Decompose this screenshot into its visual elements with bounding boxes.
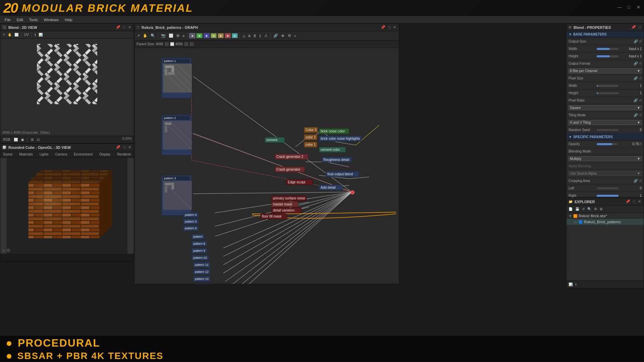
ratio-reset-icon[interactable]: ↺ [639, 99, 642, 102]
tb-fit-icon[interactable]: ⊡ [36, 137, 40, 142]
node-adddetail[interactable]: Add detail [319, 185, 342, 190]
output-size-link-icon[interactable]: 🔗 [634, 40, 638, 43]
node-pattern12[interactable]: pattern 12 [193, 269, 210, 275]
node-edgesculpt[interactable]: Edge sculpt [286, 179, 313, 185]
explorer-graph-item[interactable]: ▷ 🟦 Rokviz_Brick_patterns [567, 219, 644, 225]
gt-settings-icon[interactable]: ⚙ [287, 33, 292, 39]
tb-display-icon[interactable]: ⬜ [13, 137, 18, 142]
exp-view-icon[interactable]: ⊞ [599, 206, 603, 212]
menu-tools[interactable]: Tools [26, 17, 41, 22]
gt-text-a-icon[interactable]: A [247, 33, 252, 39]
tab-materials[interactable]: Materials [18, 152, 34, 157]
close-explorer-button[interactable]: ✕ [637, 199, 642, 204]
gt-red-btn[interactable]: ■ [225, 33, 231, 38]
close-2d-button[interactable]: ✕ [127, 25, 132, 29]
node-pattern9[interactable]: pattern 9 [192, 248, 207, 253]
gt-eye-icon[interactable]: 👁 [280, 33, 286, 39]
crop-left-slider[interactable] [597, 187, 619, 189]
menu-windows[interactable]: Windows [41, 17, 61, 22]
tab-environment[interactable]: Environment [72, 152, 94, 157]
tb-channels-icon[interactable]: RGB [2, 137, 11, 142]
gt-teal-btn[interactable]: ■ [211, 33, 217, 38]
opacity-slider[interactable] [597, 143, 617, 145]
node-pattern3[interactable]: pattern 3 [161, 175, 192, 216]
node-color1[interactable]: color 1 [304, 142, 317, 147]
node-cracknoise[interactable]: brick color noise highlights [319, 136, 362, 141]
tb-chart-icon[interactable]: 📊 [38, 32, 43, 37]
node-pattern2[interactable]: pattern 2 [161, 115, 192, 155]
pin-explorer-button[interactable]: 📌 [625, 199, 631, 204]
node-prim-surface[interactable]: primary surface noise [271, 195, 307, 201]
pixel-link-icon[interactable]: 🔗 [634, 76, 638, 80]
nav-env-icon[interactable]: ◎ [7, 248, 10, 252]
menu-file[interactable]: File [2, 17, 13, 22]
gt-blue-btn[interactable]: ■ [204, 33, 210, 38]
ratio-link-icon[interactable]: 🔗 [634, 99, 638, 102]
gt-select-icon[interactable]: ↗ [136, 33, 141, 39]
gt-cyan-btn[interactable]: ■ [232, 33, 238, 38]
close-3d-button[interactable]: ✕ [127, 145, 132, 149]
gt-zoom-icon[interactable]: 🔍 [150, 33, 156, 39]
node-mastermask[interactable]: master mask [271, 201, 298, 207]
tab-scene[interactable]: Scene [2, 152, 14, 157]
opacity-reset-icon[interactable]: ↺ [639, 142, 642, 146]
format-dropdown[interactable]: 8 Bits per Channel ▼ [569, 68, 642, 73]
base-params-collapse[interactable]: ▼ [569, 33, 572, 36]
pixel-height-slider[interactable] [597, 92, 619, 94]
graph-canvas[interactable]: pattern 1 pattern 2 [135, 48, 399, 284]
crop-link-icon[interactable]: 🔗 [634, 179, 638, 183]
float-3d-button[interactable]: □ [122, 145, 126, 149]
tab-renderer[interactable]: Renderer [116, 152, 132, 157]
node-pattern10[interactable]: pattern 10 [192, 255, 209, 260]
pin-prop-button[interactable]: 📌 [631, 25, 637, 29]
node-roughness[interactable]: Roughness detail [322, 157, 352, 163]
node-pattern4[interactable]: pattern 4 [183, 212, 199, 218]
gt-text-b-icon[interactable]: B [253, 33, 257, 39]
format-link-icon[interactable]: 🔗 [634, 62, 638, 65]
gt-cam-icon[interactable]: 📷 [160, 33, 167, 39]
tb-select-icon[interactable]: ↗ [2, 32, 6, 37]
gt-triangle-icon[interactable]: △ [241, 33, 246, 39]
gt-grid-icon[interactable]: ⊞ [175, 33, 180, 39]
exp-refresh-icon[interactable]: ↺ [581, 206, 585, 212]
format-reset-icon[interactable]: ↺ [639, 62, 642, 65]
crop-right-slider[interactable] [597, 195, 619, 197]
maximize-button[interactable]: □ [627, 5, 631, 9]
node-crackgen2[interactable]: Crack generator 2 [275, 154, 308, 160]
gt-color-btn[interactable]: ■ [189, 33, 195, 38]
node-color3[interactable]: Color 3 [304, 127, 318, 133]
exp-save-icon[interactable]: 💾 [575, 206, 580, 212]
node-pattern7[interactable]: pattern [192, 234, 204, 239]
node-cement[interactable]: cement [265, 137, 285, 143]
float-graph-button[interactable]: □ [387, 25, 391, 29]
pixel-reset-icon[interactable]: ↺ [639, 76, 642, 80]
tb-info-icon[interactable]: ℹ [34, 32, 37, 37]
specific-params-collapse[interactable]: ▼ [569, 135, 572, 139]
height-slider[interactable] [597, 55, 619, 57]
node-pattern13[interactable]: pattern 13 [193, 276, 210, 282]
gt-green-btn[interactable]: ■ [196, 33, 202, 38]
node-cementcolor[interactable]: cement color [319, 147, 346, 153]
menu-help[interactable]: Help [62, 17, 75, 22]
gt-amber-btn[interactable]: ■ [218, 33, 224, 38]
exp-search-icon[interactable]: 🔍 [587, 206, 592, 212]
gt-search-icon[interactable]: ⬜ [168, 33, 174, 39]
tab-lights[interactable]: Lights [38, 152, 50, 157]
ratio-dropdown[interactable]: Square ▼ [569, 105, 642, 110]
close-graph-button[interactable]: ✕ [392, 25, 397, 29]
node-pattern5[interactable]: pattern 5 [183, 219, 199, 224]
tab-camera[interactable]: Camera [54, 152, 69, 157]
node-pattern8[interactable]: pattern 8 [192, 241, 207, 246]
explorer-sbs-item[interactable]: ▼ 🟧 Rokviz Brick.sbs* [567, 213, 644, 219]
menu-edit[interactable]: Edit [14, 17, 26, 22]
crop-reset-icon[interactable]: ↺ [639, 179, 642, 183]
node-pattern14[interactable]: pattern 14 [193, 283, 210, 284]
node-color2[interactable]: color 2 [304, 134, 317, 140]
tb-uv-icon[interactable]: UV [23, 32, 30, 37]
node-crackgen[interactable]: Crack generator [275, 167, 305, 172]
pixel-width-slider[interactable] [597, 85, 619, 87]
float-prop-button[interactable]: □ [638, 25, 642, 29]
width-slider[interactable] [597, 48, 619, 50]
gt-link-icon[interactable]: 🔗 [272, 33, 279, 39]
node-detailvar[interactable]: detail variation [271, 207, 302, 213]
